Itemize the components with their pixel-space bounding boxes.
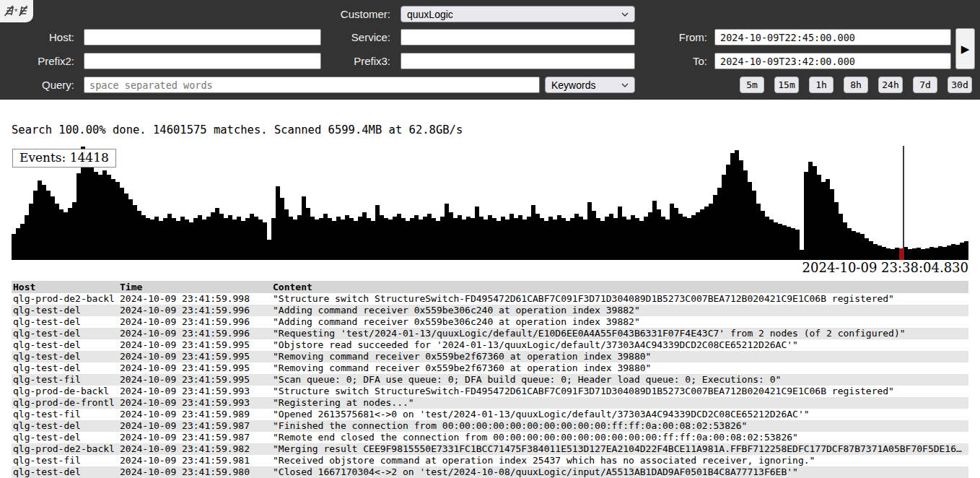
table-row: qlg-test-del 2024-10-09 23:41:59.987 "Fi… bbox=[12, 420, 968, 432]
chevron-down-icon bbox=[621, 83, 629, 87]
histogram-cursor-line[interactable] bbox=[903, 146, 904, 260]
time-range-buttons: 5m15m1h8h24h7d30d bbox=[740, 77, 972, 93]
row-time: 2024-10-09 23:41:59.987 bbox=[120, 420, 273, 432]
row-host: qlg-prod-de2-backl bbox=[12, 443, 120, 455]
table-row: qlg-test-del 2024-10-09 23:41:59.996 "Ad… bbox=[12, 316, 968, 328]
row-time: 2024-10-09 23:41:59.998 bbox=[120, 293, 273, 305]
range-button-7d[interactable]: 7d bbox=[913, 77, 937, 93]
toolbar: * Customer: quuxLogic Host: Service: Fro… bbox=[0, 0, 980, 100]
table-row: qlg-test-del 2024-10-09 23:41:59.987 "Re… bbox=[12, 432, 968, 443]
table-row: qlg-test-fil 2024-10-09 23:41:59.995 "Sc… bbox=[12, 374, 968, 386]
log-table: Host Time Content qlg-prod-de2-backl 202… bbox=[12, 281, 968, 478]
prefix3-input[interactable] bbox=[401, 53, 635, 69]
query-input[interactable] bbox=[84, 77, 540, 93]
table-body: qlg-prod-de2-backl 2024-10-09 23:41:59.9… bbox=[12, 293, 968, 478]
row-time: 2024-10-09 23:41:59.981 bbox=[120, 455, 273, 466]
table-row: qlg-test-del 2024-10-09 23:41:59.995 "Ob… bbox=[12, 339, 968, 351]
row-content: "Merging result CEE9F9815550E7331FC1BCC7… bbox=[273, 443, 968, 455]
row-content: "Received objstore command at operation … bbox=[273, 455, 968, 466]
row-content: "Closed 1667170304<->2 on 'test/2024-10-… bbox=[273, 466, 968, 478]
row-content: "Removing command receiver 0x559be2f6736… bbox=[273, 351, 968, 362]
table-row: qlg-test-del 2024-10-09 23:41:59.995 "Re… bbox=[12, 362, 968, 374]
row-time: 2024-10-09 23:41:59.980 bbox=[120, 466, 273, 478]
column-header-content: Content bbox=[273, 281, 968, 293]
row-time: 2024-10-09 23:41:59.993 bbox=[120, 386, 273, 397]
row-time: 2024-10-09 23:41:59.996 bbox=[120, 305, 273, 316]
run-search-button[interactable]: ▶ bbox=[955, 28, 975, 69]
table-row: qlg-test-fil 2024-10-09 23:41:59.981 "Re… bbox=[12, 455, 968, 466]
prefix2-label: Prefix2: bbox=[2, 53, 74, 69]
table-row: qlg-prod-de2-backl 2024-10-09 23:41:59.9… bbox=[12, 293, 968, 305]
service-label: Service: bbox=[318, 29, 390, 45]
table-row: qlg-test-del 2024-10-09 23:41:59.980 "Cl… bbox=[12, 466, 968, 478]
cursor-timestamp: 2024-10-09 23:38:04.830 bbox=[12, 260, 968, 275]
row-content: "Removing command receiver 0x559be2f6736… bbox=[273, 362, 968, 374]
row-time: 2024-10-09 23:41:59.995 bbox=[120, 339, 273, 351]
table-row: qlg-test-del 2024-10-09 23:41:59.996 "Ad… bbox=[12, 305, 968, 316]
table-row: qlg-test-del 2024-10-09 23:41:59.995 "Re… bbox=[12, 351, 968, 362]
row-host: qlg-prod-de-backl bbox=[12, 386, 120, 397]
log-search-app: * Customer: quuxLogic Host: Service: Fro… bbox=[0, 0, 980, 478]
column-header-time: Time bbox=[120, 281, 273, 293]
range-button-5m[interactable]: 5m bbox=[740, 77, 764, 93]
range-button-1h[interactable]: 1h bbox=[809, 77, 834, 93]
query-label: Query: bbox=[2, 77, 74, 93]
row-host: qlg-test-del bbox=[12, 362, 120, 374]
table-row: qlg-prod-de-backl 2024-10-09 23:41:59.99… bbox=[12, 386, 968, 397]
query-mode-select[interactable]: Keywords bbox=[545, 77, 635, 93]
from-label: From: bbox=[635, 29, 707, 45]
events-histogram[interactable]: Events: 14418 bbox=[12, 146, 968, 260]
range-button-30d[interactable]: 30d bbox=[948, 77, 972, 93]
histogram-bar bbox=[964, 241, 968, 260]
app-logo-icon: * bbox=[4, 4, 29, 19]
row-host: qlg-test-fil bbox=[12, 374, 120, 386]
table-row: qlg-test-del 2024-10-09 23:41:59.996 "Re… bbox=[12, 328, 968, 339]
app-logo[interactable]: * bbox=[0, 0, 33, 22]
row-host: qlg-test-del bbox=[12, 432, 120, 443]
table-row: qlg-prod-de2-backl 2024-10-09 23:41:59.9… bbox=[12, 443, 968, 455]
row-host: qlg-test-del bbox=[12, 316, 120, 328]
row-host: qlg-prod-de-frontl bbox=[12, 397, 120, 409]
host-input[interactable] bbox=[84, 29, 321, 45]
svg-text:*: * bbox=[14, 7, 18, 16]
column-header-host: Host bbox=[12, 281, 120, 293]
row-host: qlg-test-del bbox=[12, 305, 120, 316]
table-row: qlg-test-fil 2024-10-09 23:41:59.989 "Op… bbox=[12, 409, 968, 420]
to-time-input[interactable] bbox=[714, 53, 951, 69]
table-header-row: Host Time Content bbox=[12, 281, 968, 293]
row-content: "Remote end closed the connection from 0… bbox=[273, 432, 968, 443]
row-content: "Objstore read succeeded for '2024-01-13… bbox=[273, 339, 968, 351]
range-button-24h[interactable]: 24h bbox=[878, 77, 903, 93]
row-content: "Opened 2613575681<->0 on 'test/2024-01-… bbox=[273, 409, 968, 420]
table-row: qlg-prod-de-frontl 2024-10-09 23:41:59.9… bbox=[12, 397, 968, 409]
row-content: "Scan queue: 0; DFA use queue: 0; DFA bu… bbox=[273, 374, 968, 386]
prefix3-label: Prefix3: bbox=[318, 53, 390, 69]
chevron-down-icon bbox=[621, 12, 629, 17]
range-button-8h[interactable]: 8h bbox=[844, 77, 868, 93]
row-host: qlg-test-fil bbox=[12, 455, 120, 466]
row-host: qlg-test-del bbox=[12, 420, 120, 432]
customer-label: Customer: bbox=[318, 6, 390, 22]
from-time-input[interactable] bbox=[714, 29, 951, 45]
row-host: qlg-test-del bbox=[12, 351, 120, 362]
range-button-15m[interactable]: 15m bbox=[774, 77, 799, 93]
host-label: Host: bbox=[2, 29, 74, 45]
row-content: "Requesting 'test/2024-01-13/quuxLogic/d… bbox=[273, 328, 968, 339]
row-time: 2024-10-09 23:41:59.993 bbox=[120, 397, 273, 409]
to-label: To: bbox=[635, 53, 707, 69]
row-host: qlg-test-del bbox=[12, 339, 120, 351]
row-content: "Adding command receiver 0x559be306c240 … bbox=[273, 305, 968, 316]
row-time: 2024-10-09 23:41:59.987 bbox=[120, 432, 273, 443]
row-host: qlg-test-del bbox=[12, 328, 120, 339]
row-time: 2024-10-09 23:41:59.995 bbox=[120, 362, 273, 374]
row-content: "Finished the connection from 00:00:00:0… bbox=[273, 420, 968, 432]
prefix2-input[interactable] bbox=[84, 53, 321, 69]
service-input[interactable] bbox=[401, 29, 635, 45]
row-time: 2024-10-09 23:41:59.996 bbox=[120, 316, 273, 328]
row-host: qlg-test-fil bbox=[12, 409, 120, 420]
search-status-text: Search 100.00% done. 14601575 matches. S… bbox=[12, 123, 463, 136]
row-time: 2024-10-09 23:41:59.989 bbox=[120, 409, 273, 420]
query-mode-selected-value: Keywords bbox=[551, 79, 595, 91]
row-host: qlg-prod-de2-backl bbox=[12, 293, 120, 305]
customer-select[interactable]: quuxLogic bbox=[401, 6, 635, 22]
